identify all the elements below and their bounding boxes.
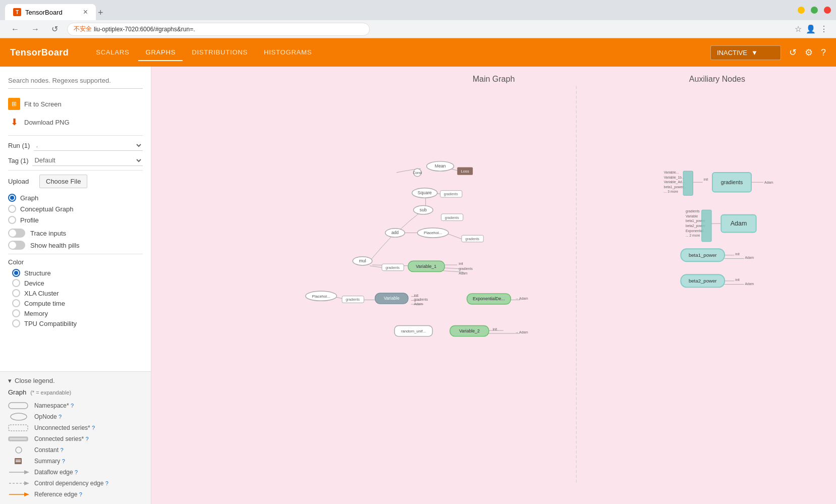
active-tab[interactable]: T TensorBoard × xyxy=(5,4,96,20)
new-tab-button[interactable]: + xyxy=(96,6,105,20)
forward-button[interactable]: → xyxy=(28,24,42,35)
choose-file-button[interactable]: Choose File xyxy=(39,175,87,188)
graph-type-profile[interactable]: Profile xyxy=(8,214,143,226)
trace-inputs-toggle[interactable] xyxy=(8,229,25,238)
svg-text:gradients: gradients xyxy=(445,216,459,220)
legend-toggle-label: Close legend. xyxy=(15,377,55,384)
constant-label: Constant ? xyxy=(34,446,64,454)
nav-histograms[interactable]: HISTOGRAMS xyxy=(257,44,319,61)
svg-marker-14 xyxy=(24,492,29,496)
graph-type-graph[interactable]: Graph xyxy=(8,192,143,203)
fit-to-screen-button[interactable]: ⊞ Fit to Screen xyxy=(8,95,143,113)
graph-type-conceptual[interactable]: Conceptual Graph xyxy=(8,203,143,214)
tag-select[interactable]: Default xyxy=(32,155,143,166)
back-button[interactable]: ← xyxy=(8,24,22,35)
svg-rect-81 xyxy=(702,210,711,242)
nav-distributions[interactable]: DISTRIBUTIONS xyxy=(185,44,255,61)
summary-label: Summary ? xyxy=(34,458,65,465)
health-pills-toggle[interactable] xyxy=(8,241,25,250)
svg-marker-10 xyxy=(24,470,29,474)
svg-text:gradients: gradients xyxy=(686,209,700,213)
svg-text:init: init xyxy=(459,262,463,265)
radio-conceptual xyxy=(8,205,16,213)
bookmark-icon[interactable]: ☆ xyxy=(795,24,802,34)
main-content: ⊞ Fit to Screen ⬇ Download PNG Run (1) . xyxy=(0,67,836,504)
namespace-shape xyxy=(8,401,29,410)
legend-note: (* = expandable) xyxy=(30,389,71,396)
divider-2 xyxy=(8,170,143,171)
minimize-button[interactable] xyxy=(798,7,805,14)
radio-structure xyxy=(12,269,20,277)
svg-rect-0 xyxy=(9,403,28,409)
search-input[interactable] xyxy=(8,73,143,89)
color-device[interactable]: Device xyxy=(12,278,143,288)
legend-section: ▾ Close legend. Graph (* = expandable) N… xyxy=(0,371,151,504)
address-field[interactable]: 不安全 liu-optiplex-7020:6006/#graphs&run=. xyxy=(67,23,370,36)
color-memory[interactable]: Memory xyxy=(12,308,143,318)
tab-bar: T TensorBoard × + xyxy=(5,0,105,20)
graph-area[interactable]: Main Graph Auxiliary Nodes xyxy=(151,67,836,504)
legend-toggle[interactable]: ▾ Close legend. xyxy=(8,377,143,384)
app-title: TensorBoard xyxy=(10,47,69,58)
compute-label: Compute time xyxy=(24,300,65,307)
help-icon[interactable]: ? xyxy=(821,47,826,58)
nav-graphs[interactable]: GRAPHS xyxy=(138,44,183,61)
color-compute-time[interactable]: Compute time xyxy=(12,298,143,308)
run-select[interactable]: . xyxy=(34,140,143,151)
svg-marker-12 xyxy=(24,481,29,485)
svg-text:mul: mul xyxy=(359,258,366,263)
download-png-button[interactable]: ⬇ Download PNG xyxy=(8,113,143,131)
refresh-icon[interactable]: ↺ xyxy=(789,47,797,58)
svg-text:ExponentialDe...: ExponentialDe... xyxy=(473,296,505,301)
url-text: liu-optiplex-7020:6006/#graphs&run=. xyxy=(94,26,195,33)
summary-shape xyxy=(8,457,29,466)
reference-label: Reference edge ? xyxy=(34,491,82,498)
trace-inputs-label: Trace inputs xyxy=(30,230,66,237)
legend-unconnected: Unconnected series* ? xyxy=(8,423,143,432)
device-label: Device xyxy=(24,279,44,287)
svg-text:Variable: Variable xyxy=(686,214,698,218)
color-section: Color Structure Device XLA Cluster xyxy=(8,258,143,328)
trace-inputs-row: Trace inputs xyxy=(8,229,143,238)
svg-text:random_unif...: random_unif... xyxy=(401,329,426,333)
maximize-button[interactable] xyxy=(811,7,818,14)
tpu-label: TPU Compatibility xyxy=(24,320,77,327)
download-icon: ⬇ xyxy=(8,116,20,128)
control-dep-shape xyxy=(8,479,29,488)
svg-text:Const: Const xyxy=(413,171,422,175)
svg-rect-4 xyxy=(10,438,27,440)
svg-text:add: add xyxy=(392,230,399,235)
svg-text:init: init xyxy=(414,294,419,297)
svg-text:Adam: Adam xyxy=(459,271,468,275)
fit-icon: ⊞ xyxy=(8,98,20,110)
health-pills-label: Show health pills xyxy=(30,242,80,249)
color-structure[interactable]: Structure xyxy=(12,268,143,278)
tab-close-button[interactable]: × xyxy=(83,8,88,16)
svg-text:Variable...: Variable... xyxy=(664,171,679,174)
dataflow-label: Dataflow edge ? xyxy=(34,469,78,476)
close-button[interactable] xyxy=(824,7,831,14)
color-tpu[interactable]: TPU Compatibility xyxy=(12,318,143,328)
color-xla[interactable]: XLA Cluster xyxy=(12,288,143,298)
radio-memory xyxy=(12,309,20,317)
settings-icon[interactable]: ⚙ xyxy=(805,47,813,58)
radio-tpu xyxy=(12,319,20,327)
nav-scalars[interactable]: SCALARS xyxy=(89,44,136,61)
reload-button[interactable]: ↺ xyxy=(48,23,61,35)
control-dep-label: Control dependency edge ? xyxy=(34,480,108,487)
tag-label: Tag (1) xyxy=(8,157,28,164)
opnode-shape xyxy=(8,412,29,421)
account-icon[interactable]: 👤 xyxy=(806,24,816,34)
chevron-down-icon: ▾ xyxy=(8,377,12,384)
menu-icon[interactable]: ⋮ xyxy=(820,24,828,34)
run-selector[interactable]: INACTIVE ▼ xyxy=(710,45,781,60)
memory-label: Memory xyxy=(24,310,48,317)
svg-text:init: init xyxy=(493,327,497,331)
legend-constant: Constant ? xyxy=(8,445,143,455)
svg-text:gradients: gradients xyxy=(721,179,743,185)
tab-favicon: T xyxy=(13,8,21,16)
profile-label: Profile xyxy=(20,216,39,224)
reference-shape xyxy=(8,490,29,499)
color-label: Color xyxy=(8,258,143,266)
graph-svg: Mean Loss Const Square gradients sub g xyxy=(151,67,836,504)
